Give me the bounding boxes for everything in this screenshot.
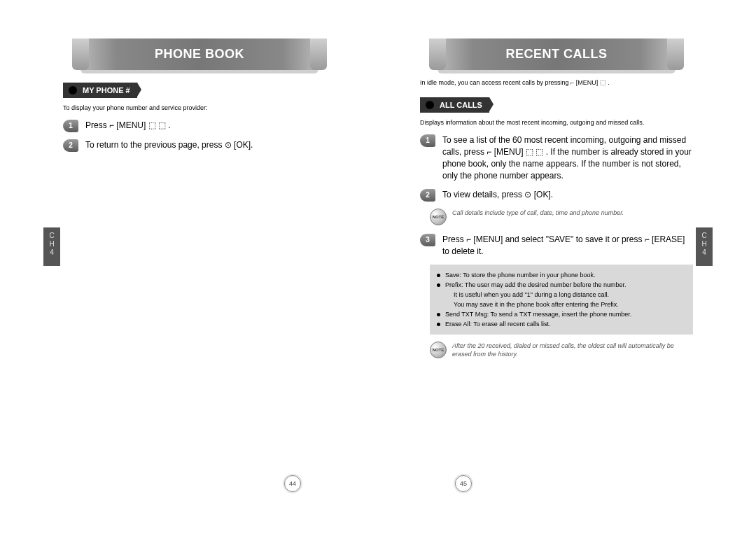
step-bullet-icon: 2 [63,139,78,152]
section-all-calls: ALL CALLS [420,97,489,113]
intro-text-right: Displays information about the most rece… [420,118,693,127]
step-1-right: 1 To see a list of the 60 most recent in… [420,134,693,182]
step-3-right: 3 Press ⌐ [MENU] and select "SAVE" to sa… [420,234,693,258]
step-text: Press ⌐ [MENU] ⬚ ⬚ . [85,120,171,132]
option-prefix-line3: You may save it in the phone book after … [437,300,686,309]
intro-text-left: To display your phone number and service… [63,104,336,113]
note-text: After the 20 received, dialed or missed … [452,342,693,358]
title-recent-calls: RECENT CALLS [438,38,676,70]
page-number-left: 44 [284,475,301,492]
step-bullet-icon: 3 [420,234,435,246]
option-save: Save: To store the phone number in your … [437,270,686,280]
title-text: RECENT CALLS [506,47,608,61]
section-my-phone: MY PHONE # [63,83,137,98]
title-text: PHONE BOOK [155,47,244,61]
step-bullet-icon: 2 [420,189,435,202]
note-1: NOTE Call details include type of call, … [430,209,693,225]
page-left: PHONE BOOK MY PHONE # To display your ph… [0,0,378,534]
note-2: NOTE After the 20 received, dialed or mi… [430,342,693,358]
step-text: To see a list of the 60 most recent inco… [442,134,693,182]
title-phone-book: PHONE BOOK [80,38,318,70]
options-panel: Save: To store the phone number in your … [430,265,693,335]
note-text: Call details include type of call, date,… [452,209,624,217]
section-label-text: ALL CALLS [440,98,482,112]
section-bullet-icon [426,101,434,109]
chapter-tab-right: C H 4 [696,227,713,266]
chapter-tab-left: C H 4 [43,227,60,266]
step-text: Press ⌐ [MENU] and select "SAVE" to save… [442,234,693,258]
section-bullet-icon [69,86,77,94]
step-1-left: 1 Press ⌐ [MENU] ⬚ ⬚ . [63,120,336,132]
option-prefix: Prefix: The user may add the desired num… [437,280,686,290]
option-erase-all: Erase All: To erase all recent calls lis… [437,319,686,329]
note-icon: NOTE [430,209,447,225]
step-bullet-icon: 1 [63,120,78,132]
idle-line: In idle mode, you can access recent call… [420,78,693,87]
step-2-right: 2 To view details, press ⊙ [OK]. [420,189,693,202]
step-bullet-icon: 1 [420,134,435,147]
step-text: To view details, press ⊙ [OK]. [442,189,553,201]
option-prefix-line2: It is useful when you add "1" during a l… [437,290,686,300]
section-label-text: MY PHONE # [83,83,130,97]
page-number-right: 45 [455,475,472,492]
page-right: RECENT CALLS In idle mode, you can acces… [378,0,756,534]
option-send-txt: Send TXT Msg: To send a TXT message, ins… [437,309,686,319]
document-spread: PHONE BOOK MY PHONE # To display your ph… [0,0,756,534]
note-icon: NOTE [430,342,447,358]
step-2-left: 2 To return to the previous page, press … [63,139,336,152]
step-text: To return to the previous page, press ⊙ … [85,139,253,151]
